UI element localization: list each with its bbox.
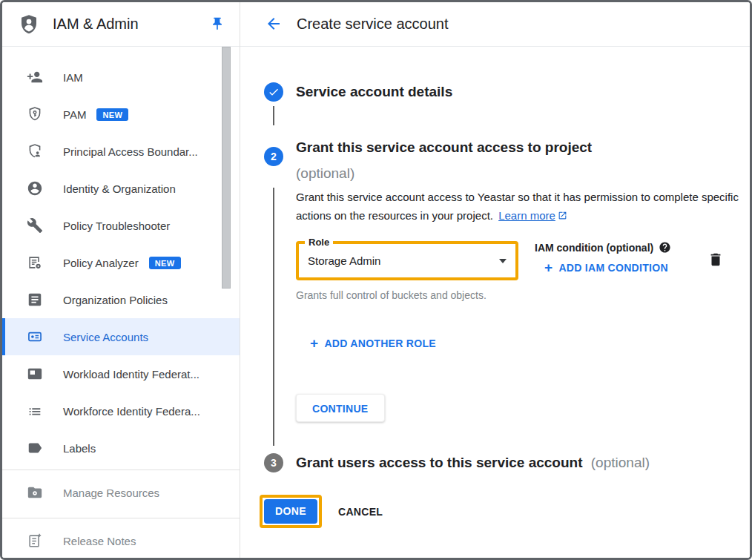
sidebar-item-organization-policies[interactable]: Organization Policies (2, 281, 240, 318)
sidebar-item-pam[interactable]: PAM NEW (2, 96, 240, 133)
cancel-button[interactable]: CANCEL (338, 495, 383, 528)
plus-icon: + (544, 263, 553, 273)
sidebar-item-label: IAM (63, 71, 83, 84)
chevron-down-icon (499, 259, 507, 263)
sidebar-item-workload-identity-federation[interactable]: Workload Identity Federat... (2, 355, 240, 392)
list-icon (27, 403, 43, 419)
help-icon[interactable] (659, 241, 671, 254)
label-tag-icon (27, 440, 43, 456)
role-helper-text: Grants full control of buckets and objec… (296, 287, 492, 303)
sidebar-item-label: Policy Analyzer (63, 257, 139, 269)
step3-number-icon: 3 (264, 453, 283, 472)
role-select[interactable]: Storage Admin (299, 244, 515, 277)
done-annotation-highlight: DONE (260, 495, 322, 528)
folder-gear-icon (27, 484, 43, 501)
release-notes-icon (27, 533, 43, 549)
sidebar-item-label: Service Accounts (63, 331, 148, 343)
done-button[interactable]: DONE (264, 499, 317, 524)
delete-role-icon[interactable] (708, 251, 724, 268)
badge-card-icon (27, 366, 43, 382)
step3-title: Grant users access to this service accou… (296, 455, 583, 470)
add-another-role-button[interactable]: + ADD ANOTHER ROLE (310, 337, 436, 349)
sidebar-nav: IAM PAM NEW Principal Access Bounda (2, 47, 240, 560)
check-icon (268, 86, 280, 98)
sidebar-item-principal-access-boundary[interactable]: Principal Access Boundar... (2, 133, 240, 170)
document-gear-icon (27, 254, 43, 271)
plus-icon: + (310, 338, 318, 349)
back-arrow-icon[interactable] (265, 15, 283, 33)
wizard-body: Service account details 2 Grant this ser… (240, 47, 750, 558)
step2-heading: Grant this service account access to pro… (296, 134, 592, 186)
wrench-icon (27, 217, 43, 234)
sidebar-item-policy-analyzer[interactable]: Policy Analyzer NEW (2, 244, 240, 281)
iam-condition-label: IAM condition (optional) (535, 242, 653, 254)
sidebar-item-policy-troubleshooter[interactable]: Policy Troubleshooter (2, 207, 240, 244)
learn-more-link[interactable]: Learn more (498, 209, 567, 222)
step3-heading: Grant users access to this service accou… (296, 453, 650, 472)
step-connector (273, 188, 274, 446)
step-connector (273, 106, 274, 125)
person-add-icon (27, 69, 43, 85)
shield-key-icon (27, 106, 43, 122)
page-header: Create service account (240, 2, 750, 47)
step2-description: Grant this service account access to Yea… (296, 188, 741, 225)
iam-condition-section: IAM condition (optional) + ADD IAM CONDI… (535, 241, 671, 275)
sidebar-title: IAM & Admin (53, 16, 139, 33)
step2-title: Grant this service account access to pro… (296, 134, 592, 160)
new-badge: NEW (96, 108, 128, 121)
sidebar-item-label: Workforce Identity Federa... (63, 405, 200, 418)
sidebar-item-manage-resources[interactable]: Manage Resources (2, 470, 240, 515)
sidebar-item-service-accounts[interactable]: Service Accounts (2, 318, 240, 355)
step1-title: Service account details (296, 82, 452, 102)
sidebar-item-label: Workload Identity Federat... (63, 368, 199, 381)
step2-number: 2 (271, 151, 277, 162)
sidebar-header: IAM & Admin (2, 2, 240, 47)
account-circle-icon (27, 180, 43, 197)
sidebar-item-label: PAM (63, 108, 86, 121)
new-badge: NEW (149, 257, 181, 269)
sidebar-item-release-notes[interactable]: Release Notes (2, 518, 240, 560)
sidebar-item-workforce-identity-federation[interactable]: Workforce Identity Federa... (2, 392, 240, 429)
step3-optional-label: (optional) (591, 455, 650, 470)
sidebar: IAM & Admin IAM PAM NEW (2, 2, 240, 558)
step2-number-icon: 2 (264, 147, 283, 166)
role-annotation-highlight: Role Storage Admin (296, 241, 518, 280)
page-title: Create service account (297, 16, 449, 33)
role-selected-value: Storage Admin (308, 254, 499, 267)
pin-icon[interactable] (210, 16, 225, 31)
step1-complete-icon (264, 82, 283, 102)
continue-button[interactable]: CONTINUE (296, 394, 385, 422)
add-iam-condition-button[interactable]: + ADD IAM CONDITION (544, 262, 668, 274)
add-another-role-label: ADD ANOTHER ROLE (324, 337, 436, 349)
sidebar-item-label: Labels (63, 442, 96, 455)
sidebar-item-labels[interactable]: Labels (2, 429, 240, 467)
role-field-label: Role (305, 237, 333, 248)
sidebar-item-label: Manage Resources (63, 487, 159, 499)
add-iam-condition-label: ADD IAM CONDITION (558, 262, 667, 274)
sidebar-item-label: Principal Access Boundar... (63, 145, 198, 158)
sidebar-item-label: Organization Policies (63, 294, 168, 306)
iam-shield-icon (18, 13, 40, 36)
service-account-icon (27, 329, 43, 345)
external-link-icon (558, 211, 567, 220)
sidebar-item-iam[interactable]: IAM (2, 59, 240, 96)
document-lines-icon (27, 291, 43, 308)
main-panel: Create service account Service account d… (240, 2, 750, 558)
sidebar-item-label: Policy Troubleshooter (63, 220, 170, 232)
step2-optional-label: (optional) (296, 160, 592, 186)
sidebar-scrollbar[interactable] (222, 47, 231, 289)
sidebar-item-label: Release Notes (63, 535, 136, 547)
step3-number: 3 (271, 457, 277, 469)
sidebar-item-label: Identity & Organization (63, 182, 176, 195)
learn-more-label: Learn more (498, 209, 555, 222)
app-window: IAM & Admin IAM PAM NEW (0, 0, 752, 560)
sidebar-item-identity-organization[interactable]: Identity & Organization (2, 170, 240, 207)
shield-person-icon (27, 143, 43, 159)
